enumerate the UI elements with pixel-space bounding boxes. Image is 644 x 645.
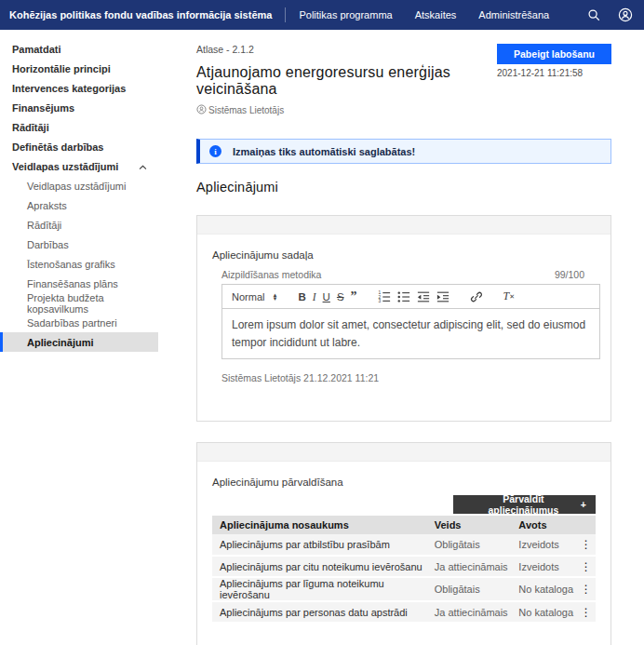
- cell-veids: Obligātais: [427, 534, 512, 556]
- sidebar-item-pamatdati[interactable]: Pamatdati: [0, 39, 158, 59]
- sidebar-item-raditaji[interactable]: Rādītāji: [0, 117, 158, 137]
- underline-icon[interactable]: U: [323, 291, 330, 302]
- rich-text-editor: Normal ▲▼ B I U S ” 123: [221, 284, 600, 359]
- user-account-icon[interactable]: [618, 7, 633, 22]
- top-navbar: Kohēzijas politikas fondu vadības inform…: [0, 0, 644, 30]
- certifications-table: Apliecinājuma nosaukums Veids Avots Apli…: [212, 516, 596, 624]
- italic-icon[interactable]: I: [313, 291, 316, 302]
- last-saved-timestamp: 2021-12-21 11:21:58: [497, 68, 611, 78]
- navbar-divider: [285, 7, 286, 22]
- sidebar-item-veidlapas-uzstadijumi-group[interactable]: Veidlapas uzstādījumi: [0, 156, 158, 176]
- sidebar-item-horizontalie-principi[interactable]: Horizontālie principi: [0, 59, 158, 78]
- sidebar-item-label: Rādītāji: [27, 220, 61, 231]
- app-title: Kohēzijas politikas fondu vadības inform…: [9, 9, 272, 20]
- blockquote-icon[interactable]: ”: [351, 289, 357, 304]
- sidebar-item-veidlapas-uzstadijumi[interactable]: Veidlapas uzstādījumi: [0, 176, 158, 195]
- sidebar-item-label: Veidlapas uzstādījumi: [27, 181, 126, 192]
- indent-icon[interactable]: [436, 290, 449, 303]
- main-content: Atlase - 2.1.2 Atjaunojamo energoresursu…: [196, 30, 611, 645]
- sidebar-item-intervences-kategorijas[interactable]: Intervences kategorijas: [0, 78, 158, 98]
- author-name: Sistēmas Lietotājs: [208, 105, 284, 115]
- col-header-avots: Avots: [511, 516, 576, 534]
- kebab-menu-icon[interactable]: ⋮: [581, 583, 592, 596]
- editor-textarea[interactable]: Lorem ipsum dolor sit amet, consectetur …: [221, 309, 600, 359]
- cell-veids: Ja attiecināmais: [427, 601, 512, 623]
- finish-editing-button[interactable]: Pabeigt labošanu: [497, 44, 611, 64]
- sidebar-item-label: Intervences kategorijas: [12, 83, 126, 94]
- chevron-up-icon: [139, 161, 147, 172]
- sidebar-item-sadarbibas-partneri[interactable]: Sadarbības partneri: [0, 313, 158, 332]
- link-icon[interactable]: [470, 290, 483, 303]
- page-header: Atlase - 2.1.2 Atjaunojamo energoresursu…: [196, 44, 497, 116]
- card2-title: Apliecinājumu pārvaldīšana: [212, 477, 596, 488]
- nav-item-administresana[interactable]: Administrēšana: [478, 9, 549, 20]
- kebab-menu-icon[interactable]: ⋮: [581, 560, 592, 573]
- nav-item-politikas-programma[interactable]: Politikas programma: [299, 9, 392, 20]
- sidebar-item-label: Apliecinājumi: [27, 337, 94, 348]
- clear-formatting-icon[interactable]: T✕: [503, 289, 516, 303]
- card1-title: Apliecinājumu sadaļa: [212, 249, 596, 261]
- sidebar-item-label: Sadarbības partneri: [27, 317, 117, 329]
- cell-veids: Ja attiecināmais: [427, 556, 512, 577]
- sidebar-item-finansesanas-plans[interactable]: Finansēšanas plāns: [0, 274, 158, 293]
- svg-text:3: 3: [378, 299, 381, 303]
- autosave-banner-text: Izmaiņas tiks automātiski saglabātas!: [233, 146, 415, 157]
- sidebar-item-projekta-budzeta-kopsavilkums[interactable]: Projekta budžeta kopsavilkums: [0, 293, 158, 313]
- sidebar-item-apliecinajumi[interactable]: Apliecinājumi: [0, 332, 158, 352]
- page: Kohēzijas politikas fondu vadības inform…: [0, 0, 644, 645]
- kebab-menu-icon[interactable]: ⋮: [581, 606, 592, 619]
- sidebar-item-darbibas[interactable]: Darbības: [0, 235, 158, 254]
- cell-avots: No kataloga: [511, 577, 576, 601]
- manage-certifications-label: Pārvaldīt apliecinājumus: [466, 493, 581, 516]
- table-row: Apliecinājums par personas datu apstrādi…: [212, 601, 596, 623]
- autosave-info-banner: i Izmaiņas tiks automātiski saglabātas!: [196, 139, 611, 164]
- sidebar-item-definetas-darbibas[interactable]: Definētās darbības: [0, 137, 158, 156]
- nav-item-atskaites[interactable]: Atskaites: [415, 9, 457, 20]
- sidebar-navigation: Pamatdati Horizontālie principi Interven…: [0, 30, 158, 352]
- sidebar-item-label: Apraksts: [27, 200, 67, 211]
- apliecinajumu-sadala-card: Apliecinājumu sadaļa Aizpildīšanas metod…: [196, 215, 611, 422]
- dropdown-arrows-icon: ▲▼: [272, 293, 277, 301]
- format-dropdown-value: Normal: [232, 291, 264, 302]
- methodology-field-label: Aizpildīšanas metodika: [221, 269, 321, 280]
- sidebar-item-apraksts[interactable]: Apraksts: [0, 195, 158, 215]
- char-counter: 99/100: [555, 269, 596, 280]
- breadcrumb: Atlase - 2.1.2: [196, 44, 497, 55]
- sidebar-item-raditaji-sub[interactable]: Rādītāji: [0, 215, 158, 235]
- ordered-list-icon[interactable]: 123: [378, 290, 391, 303]
- table-row: Apliecinājums par atbilstību prasībām Ob…: [212, 534, 596, 556]
- outdent-icon[interactable]: [417, 290, 430, 303]
- edit-meta-line: Sistēmas Lietotājs 21.12.2021 11:21: [212, 372, 596, 383]
- manage-certifications-button[interactable]: Pārvaldīt apliecinājumus +: [453, 495, 596, 514]
- table-row: Apliecinājums par citu noteikumu ievēroš…: [212, 556, 596, 577]
- card-header-strip: [197, 216, 610, 235]
- sidebar-item-label: Īstenošanas grafiks: [27, 259, 115, 270]
- cell-name: Apliecinājums par atbilstību prasībām: [212, 534, 427, 556]
- editor-toolbar: Normal ▲▼ B I U S ” 123: [221, 284, 600, 309]
- cell-name: Apliecinājums par personas datu apstrādi: [212, 601, 427, 623]
- cell-avots: Izveidots: [511, 556, 576, 577]
- cell-name: Apliecinājums par līguma noteikumu ievēr…: [212, 577, 427, 601]
- cell-avots: Izveidots: [511, 534, 576, 556]
- sidebar-item-finansejums[interactable]: Finansējums: [0, 98, 158, 117]
- format-dropdown[interactable]: Normal ▲▼: [232, 291, 277, 302]
- bold-icon[interactable]: B: [298, 291, 305, 302]
- bullet-list-icon[interactable]: [397, 290, 410, 303]
- cell-name: Apliecinājums par citu noteikumu ievēroš…: [212, 556, 427, 577]
- sidebar-item-label: Projekta budžeta kopsavilkums: [27, 292, 158, 315]
- sidebar-item-label: Finansēšanas plāns: [27, 278, 118, 289]
- cell-avots: No kataloga: [511, 601, 576, 623]
- info-icon: i: [209, 145, 221, 157]
- table-row: Apliecinājums par līguma noteikumu ievēr…: [212, 577, 596, 601]
- strikethrough-icon[interactable]: S: [337, 291, 344, 302]
- sidebar-item-label: Horizontālie principi: [12, 63, 111, 74]
- sidebar-item-label: Definētās darbības: [12, 141, 103, 153]
- col-header-veids: Veids: [427, 516, 512, 534]
- table-header-row: Apliecinājuma nosaukums Veids Avots: [212, 516, 596, 534]
- card-header-strip: [197, 443, 610, 462]
- search-icon[interactable]: [587, 8, 601, 22]
- sidebar-item-istenosanas-grafiks[interactable]: Īstenošanas grafiks: [0, 254, 158, 274]
- sidebar-item-label: Rādītāji: [12, 122, 49, 133]
- sidebar-item-label: Finansējums: [12, 102, 74, 114]
- kebab-menu-icon[interactable]: ⋮: [581, 538, 592, 551]
